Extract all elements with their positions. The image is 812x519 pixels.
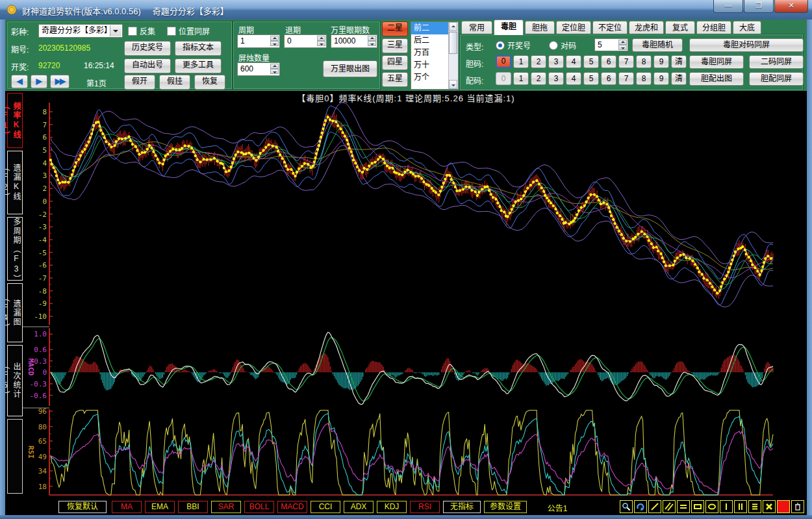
pei-digit-2[interactable]: 2: [531, 72, 546, 85]
tab-不定位[interactable]: 不定位: [592, 21, 628, 35]
scroll-thumb[interactable]: [449, 32, 457, 54]
position-item-万个[interactable]: 万个: [411, 71, 449, 84]
menu-icon[interactable]: [748, 500, 761, 513]
wanliyan-input[interactable]: 10000: [331, 34, 377, 48]
next-page-button[interactable]: ▶: [31, 75, 47, 88]
star-button-四星[interactable]: 四星: [382, 55, 408, 70]
indicator-button-SAR[interactable]: SAR: [211, 501, 241, 513]
dan-screen-button[interactable]: 毒胆同屏: [689, 55, 744, 69]
sidebar-tab-f5[interactable]: 出次统计（F5）: [7, 345, 23, 416]
last-page-button[interactable]: ▶▶: [50, 75, 70, 88]
tab-定位胆[interactable]: 定位胆: [556, 21, 591, 35]
lottery-select[interactable]: 奇趣分分彩【多彩】: [38, 24, 123, 38]
indicator-button-KDJ[interactable]: KDJ: [377, 501, 407, 513]
dan-digit-6[interactable]: 6: [601, 55, 616, 68]
close-icon[interactable]: [763, 500, 776, 513]
indicator-button-EMA[interactable]: EMA: [145, 501, 175, 513]
reset-default-button[interactable]: 恢复默认: [58, 501, 107, 513]
redo-icon[interactable]: [634, 500, 647, 513]
count-input[interactable]: 5: [594, 38, 628, 51]
double-line-icon[interactable]: [663, 500, 676, 513]
dan-digit-5[interactable]: 5: [583, 55, 599, 68]
position-item-万十[interactable]: 万十: [411, 59, 449, 71]
dan-clear-button[interactable]: 清: [671, 55, 687, 68]
pei-digit-6[interactable]: 6: [601, 72, 616, 85]
radio-draw-number[interactable]: 开奖号: [496, 40, 531, 51]
red-square-icon[interactable]: [777, 500, 790, 513]
vline-icon[interactable]: [720, 500, 733, 513]
candles-spinner[interactable]: [270, 64, 279, 75]
position-item-万百[interactable]: 万百: [411, 47, 449, 59]
retreat-input[interactable]: 0: [284, 34, 327, 48]
period-spinner[interactable]: [270, 36, 279, 47]
pei-clear-button[interactable]: 清: [671, 72, 687, 85]
wanliyan-chart-button[interactable]: 万里眼出图: [323, 60, 377, 77]
dan-pair-screen-button[interactable]: 毒胆对码同屏: [689, 38, 804, 52]
tab-复式[interactable]: 复式: [665, 21, 695, 35]
dan-digit-2[interactable]: 2: [531, 55, 546, 68]
checkbox-box[interactable]: [167, 27, 176, 36]
tab-常用[interactable]: 常用: [461, 21, 492, 35]
history-numbers-button[interactable]: 历史奖号: [124, 41, 171, 56]
sidebar-tab-f1[interactable]: 频率K线（F1）: [7, 93, 23, 148]
dan-digit-7[interactable]: 7: [618, 55, 634, 68]
retreat-spinner[interactable]: [317, 36, 325, 47]
count-spinner[interactable]: [618, 40, 627, 51]
sidebar-tab-f2[interactable]: 遗漏K线（F2）: [7, 151, 23, 214]
fake-open-button[interactable]: 假开: [124, 75, 155, 90]
sidebar-tab-f3[interactable]: 多周期（F3）: [7, 217, 23, 281]
indicator-button-CCI[interactable]: CCI: [311, 501, 340, 513]
dan-digit-0[interactable]: 0: [496, 55, 511, 68]
scrollbar[interactable]: [448, 22, 458, 89]
tab-分组胆[interactable]: 分组胆: [696, 21, 731, 35]
trash-icon[interactable]: [791, 500, 804, 513]
rect-icon[interactable]: [691, 500, 704, 513]
close-button[interactable]: ✕: [774, 0, 808, 13]
tab-大底[interactable]: 大底: [733, 21, 761, 35]
indicator-text-button[interactable]: 指标文本: [175, 41, 222, 56]
auto-number-button[interactable]: 自动出号: [124, 58, 171, 73]
star-button-二星[interactable]: 二星: [382, 21, 408, 36]
more-tools-button[interactable]: 更多工具: [175, 58, 222, 73]
indicator-button-BOLL[interactable]: BOLL: [244, 501, 274, 513]
position-item-后二[interactable]: 后二: [411, 34, 449, 47]
position-item-前二[interactable]: 前二: [411, 22, 449, 34]
scroll-down-icon[interactable]: [449, 80, 457, 89]
prev-page-button[interactable]: ◀: [11, 75, 28, 88]
equal-icon[interactable]: [677, 500, 690, 513]
line-icon[interactable]: [648, 500, 661, 513]
restore-button[interactable]: 恢复: [194, 75, 225, 90]
ellipse-icon[interactable]: [705, 500, 718, 513]
pei-digit-5[interactable]: 5: [583, 72, 599, 85]
chart-canvas[interactable]: 87654320-2-3-4-5-6-7-8-9-101.00.60.30-0.…: [5, 91, 807, 499]
checkbox-position-sync[interactable]: 位置同屏: [167, 25, 210, 36]
minimize-button[interactable]: —: [713, 0, 743, 13]
pei-digit-7[interactable]: 7: [618, 72, 634, 85]
dan-digit-9[interactable]: 9: [653, 55, 669, 68]
radio-pair-code[interactable]: 对码: [549, 40, 576, 51]
no-indicator-button[interactable]: 无指标: [443, 501, 481, 513]
indicator-button-BBI[interactable]: BBI: [178, 501, 208, 513]
indicator-button-RSI[interactable]: RSI: [410, 501, 440, 513]
pei-digit-1[interactable]: 1: [513, 72, 529, 85]
pei-digit-3[interactable]: 3: [548, 72, 564, 85]
notice-text[interactable]: 公告1: [505, 502, 609, 513]
position-listbox[interactable]: 前二后二万百万十万个: [411, 21, 459, 90]
pei-screen-button[interactable]: 胆配同屏: [749, 72, 804, 86]
dan-digit-8[interactable]: 8: [636, 55, 652, 68]
dan-digit-4[interactable]: 4: [566, 55, 581, 68]
zoom-icon[interactable]: [620, 500, 633, 513]
fake-hang-button[interactable]: 假挂: [159, 75, 190, 90]
pei-digit-4[interactable]: 4: [566, 72, 581, 85]
maximize-button[interactable]: ❐: [744, 0, 774, 13]
star-button-五星[interactable]: 五星: [382, 72, 408, 87]
wanliyan-spinner[interactable]: [368, 36, 376, 47]
pei-digit-0[interactable]: 0: [496, 72, 511, 85]
scroll-up-icon[interactable]: [449, 22, 457, 31]
dan-digit-1[interactable]: 1: [513, 55, 529, 68]
period-input[interactable]: 1: [237, 34, 280, 48]
dan-random-button[interactable]: 毒胆随机: [632, 38, 683, 52]
indicator-button-MACD[interactable]: MACD: [277, 501, 307, 513]
double-vline-icon[interactable]: [734, 500, 747, 513]
candles-input[interactable]: 600: [237, 62, 280, 76]
